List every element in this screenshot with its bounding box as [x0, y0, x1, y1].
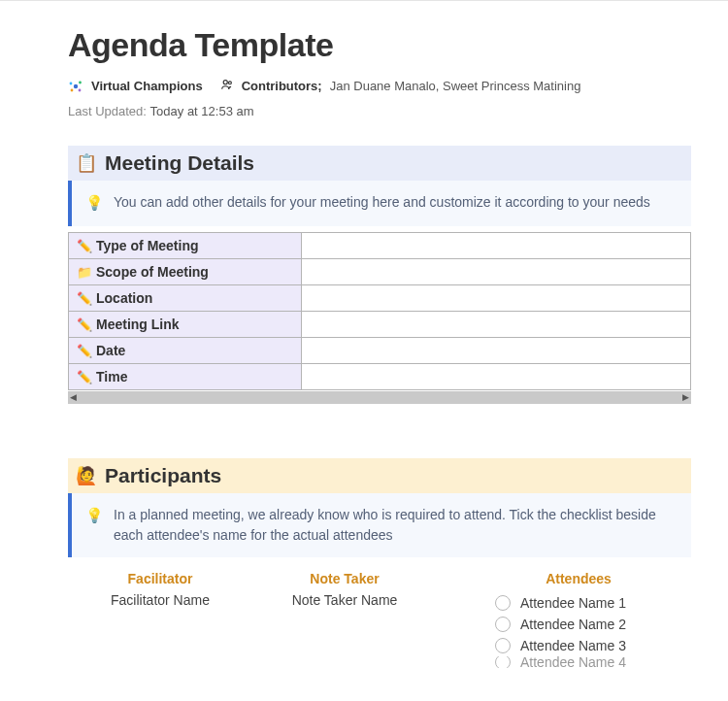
meeting-details-heading-text: Meeting Details	[105, 151, 254, 175]
detail-label: 📁Scope of Meeting	[69, 258, 302, 284]
detail-value[interactable]	[302, 311, 691, 337]
pencil-icon: ✏️	[77, 370, 92, 384]
participants-callout: 💡 In a planned meeting, we already know …	[68, 493, 691, 557]
participants-callout-text: In a planned meeting, we already know wh…	[114, 505, 678, 546]
attendee-row: Attendee Name 2	[466, 614, 691, 635]
pencil-icon: ✏️	[77, 344, 92, 358]
attendee-name: Attendee Name 2	[520, 617, 626, 632]
notetaker-column: Note Taker Note Taker Name	[252, 571, 437, 668]
pencil-icon: ✏️	[77, 239, 92, 253]
detail-label-text: Scope of Meeting	[96, 264, 209, 280]
attendee-checkbox[interactable]	[495, 656, 511, 668]
detail-label-text: Time	[96, 369, 127, 384]
scroll-left-icon[interactable]: ◀	[70, 392, 77, 402]
facilitator-header: Facilitator	[68, 571, 252, 586]
detail-value[interactable]	[302, 284, 691, 311]
attendee-name: Attendee Name 1	[520, 595, 626, 611]
table-row: 📁Scope of Meeting	[69, 258, 691, 284]
pencil-icon: ✏️	[77, 291, 92, 306]
pencil-icon: ✏️	[77, 317, 92, 332]
detail-label: ✏️Location	[69, 284, 302, 311]
raising-hand-icon: 🙋	[76, 465, 97, 486]
detail-value[interactable]	[302, 232, 691, 258]
org-name: Virtual Champions	[91, 79, 203, 93]
svg-point-4	[71, 88, 74, 91]
scroll-right-icon[interactable]: ▶	[682, 392, 689, 402]
notetaker-header: Note Taker	[252, 571, 437, 586]
table-row: ✏️Location	[69, 284, 691, 311]
table-row: ✏️Date	[69, 337, 691, 363]
attendee-checkbox[interactable]	[495, 595, 511, 611]
detail-label: ✏️Meeting Link	[69, 311, 302, 337]
detail-value[interactable]	[302, 258, 691, 284]
detail-label: ✏️Date	[69, 337, 302, 363]
attendees-header: Attendees	[466, 571, 691, 586]
meeting-details-heading: 📋 Meeting Details	[68, 146, 691, 181]
contributors-names: Jan Duane Manalo, Sweet Princess Matinin…	[330, 79, 581, 93]
participants-heading: 🙋 Participants	[68, 458, 691, 493]
org-logo-icon	[68, 79, 83, 94]
attendees-column: Attendees Attendee Name 1Attendee Name 2…	[437, 571, 691, 668]
svg-point-6	[228, 82, 231, 84]
meeting-details-callout-text: You can add other details for your meeti…	[114, 192, 650, 215]
svg-point-2	[79, 81, 82, 83]
participants-heading-text: Participants	[105, 464, 221, 487]
last-updated: Last Updated: Today at 12:53 am	[68, 104, 691, 118]
attendee-name: Attendee Name 3	[520, 638, 626, 653]
clipboard-icon: 📋	[76, 152, 97, 174]
facilitator-column: Facilitator Facilitator Name	[68, 571, 252, 668]
detail-label-text: Type of Meeting	[96, 238, 199, 253]
svg-point-0	[74, 83, 78, 87]
detail-label-text: Location	[96, 290, 152, 306]
facilitator-value[interactable]: Facilitator Name	[68, 592, 252, 608]
attendee-checkbox[interactable]	[495, 617, 511, 632]
horizontal-scrollbar[interactable]: ◀ ▶	[68, 391, 691, 404]
meta-row: Virtual Champions Contributors; Jan Duan…	[68, 78, 691, 94]
contributors-label: Contributors;	[242, 79, 322, 93]
detail-label: ✏️Type of Meeting	[69, 232, 302, 258]
detail-value[interactable]	[302, 363, 691, 389]
attendee-checkbox[interactable]	[495, 638, 511, 653]
table-row: ✏️Time	[69, 363, 691, 389]
notetaker-value[interactable]: Note Taker Name	[252, 592, 437, 608]
lightbulb-icon: 💡	[85, 505, 104, 546]
roles-row: Facilitator Facilitator Name Note Taker …	[68, 571, 691, 668]
detail-label: ✏️Time	[69, 363, 302, 389]
detail-label-text: Date	[96, 343, 125, 358]
lightbulb-icon: 💡	[85, 192, 104, 215]
attendee-row: Attendee Name 1	[466, 592, 691, 614]
table-row: ✏️Meeting Link	[69, 311, 691, 337]
folder-icon: 📁	[77, 265, 92, 280]
svg-point-1	[70, 82, 73, 84]
svg-point-3	[79, 88, 82, 91]
attendee-row: Attendee Name 4	[466, 656, 691, 668]
last-updated-label: Last Updated:	[68, 104, 147, 118]
attendee-row: Attendee Name 3	[466, 635, 691, 656]
last-updated-value: Today at 12:53 am	[150, 104, 254, 118]
attendee-name: Attendee Name 4	[520, 656, 626, 668]
detail-value[interactable]	[302, 337, 691, 363]
meeting-details-callout: 💡 You can add other details for your mee…	[68, 181, 691, 226]
meeting-details-table: ✏️Type of Meeting📁Scope of Meeting✏️Loca…	[68, 232, 691, 390]
contributors-icon	[220, 78, 234, 94]
page-title: Agenda Template	[68, 26, 691, 64]
detail-label-text: Meeting Link	[96, 317, 180, 332]
svg-point-5	[223, 81, 227, 84]
table-row: ✏️Type of Meeting	[69, 232, 691, 258]
